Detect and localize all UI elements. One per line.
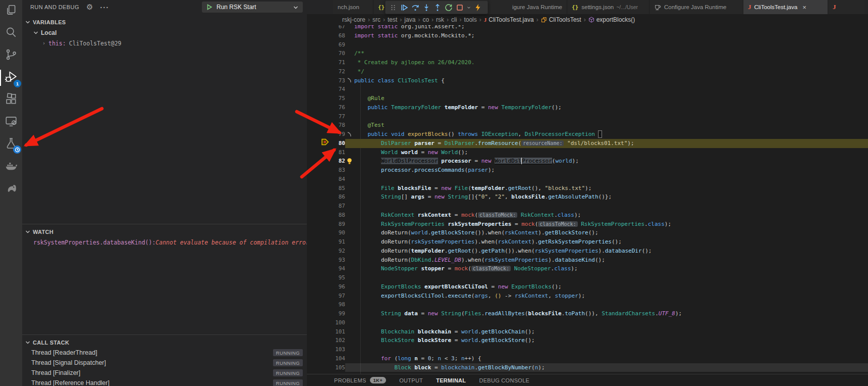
line-number[interactable]: 103: [331, 345, 345, 354]
code-line[interactable]: 102 BlockStore blockStore = world.getBlo…: [307, 336, 868, 345]
close-icon[interactable]: ×: [802, 4, 806, 11]
line-number[interactable]: 75: [331, 94, 345, 103]
code-line[interactable]: 93 doReturn(DbKind.LEVEL_DB).when(rskSys…: [307, 256, 868, 265]
line-number[interactable]: 76: [331, 103, 345, 112]
code-line[interactable]: 86 String[] args = new String[]{"0", "2"…: [307, 192, 868, 202]
restart-icon[interactable]: [443, 2, 454, 14]
tab-java-file[interactable]: J: [828, 0, 864, 14]
step-into-icon[interactable]: [421, 2, 432, 14]
breakpoint-margin[interactable]: [307, 211, 331, 220]
breakpoint-margin[interactable]: [307, 67, 331, 76]
code-line[interactable]: 89 RskSystemProperties rskSystemProperti…: [307, 220, 868, 229]
breadcrumb-item[interactable]: cli: [451, 16, 457, 23]
breadcrumb-item[interactable]: test: [388, 16, 397, 23]
code-line[interactable]: 72 */: [307, 67, 868, 76]
breakpoint-margin[interactable]: [307, 40, 331, 50]
breakpoint-margin[interactable]: [307, 292, 331, 301]
breakpoint-margin[interactable]: [307, 318, 331, 327]
breakpoint-margin[interactable]: [307, 58, 331, 67]
line-number[interactable]: 97: [331, 292, 345, 301]
line-number[interactable]: 89: [331, 220, 345, 229]
line-number[interactable]: 100: [331, 318, 345, 327]
line-number[interactable]: 69: [331, 40, 345, 50]
code-line[interactable]: 99 String data = new String(Files.readAl…: [307, 309, 868, 318]
activity-run-debug-icon[interactable]: 1: [0, 67, 22, 89]
line-number[interactable]: 80: [331, 139, 345, 148]
call-stack-header[interactable]: CALL STACK: [22, 337, 307, 348]
gear-icon[interactable]: ⚙: [86, 3, 93, 12]
more-actions-icon[interactable]: ···: [100, 3, 109, 12]
bolt-icon[interactable]: [472, 2, 483, 14]
breakpoint-margin[interactable]: [307, 25, 331, 31]
line-number[interactable]: 91: [331, 237, 345, 247]
line-number[interactable]: 88: [331, 211, 345, 220]
breadcrumb-item[interactable]: rskj-core: [342, 16, 365, 23]
variable-this[interactable]: › this: CliToolsTest@29: [22, 38, 307, 49]
variables-header[interactable]: VARIABLES: [22, 17, 307, 27]
code-line[interactable]: 71 * Created by ajlopez on 26/04/2020.: [307, 58, 868, 67]
code-line[interactable]: 84: [307, 175, 868, 184]
breadcrumb-item[interactable]: tools: [464, 16, 476, 23]
breakpoint-margin[interactable]: [307, 103, 331, 112]
watch-header[interactable]: WATCH: [22, 227, 307, 237]
breakpoint-margin[interactable]: [307, 130, 331, 139]
line-number[interactable]: 78: [331, 121, 345, 130]
line-number[interactable]: 95: [331, 273, 345, 282]
breakpoint-margin[interactable]: [307, 220, 331, 229]
code-line[interactable]: 76 public TemporaryFolder tempFolder = n…: [307, 103, 868, 112]
call-stack-thread[interactable]: Thread [Reference Handler]RUNNING: [22, 378, 307, 386]
breakpoint-margin[interactable]: [307, 354, 331, 363]
code-line[interactable]: 97 exportBlocksCliTool.execute(args, () …: [307, 292, 868, 301]
activity-gradle-icon[interactable]: [0, 178, 22, 200]
tab-Configure Java Runtime[interactable]: Configure Java Runtime: [649, 0, 743, 14]
breakpoint-margin[interactable]: [307, 85, 331, 94]
variables-scope-local[interactable]: Local: [22, 27, 307, 38]
code-line[interactable]: 100: [307, 318, 868, 327]
line-number[interactable]: 83: [331, 166, 345, 175]
breakpoint-margin[interactable]: [307, 94, 331, 103]
breakpoint-margin[interactable]: [307, 264, 331, 273]
code-line[interactable]: 103: [307, 345, 868, 354]
breakpoint-margin[interactable]: [307, 166, 331, 175]
call-stack-thread[interactable]: Thread [Signal Dispatcher]RUNNING: [22, 358, 307, 368]
stop-icon[interactable]: [454, 2, 465, 14]
panel-tab-output[interactable]: OUTPUT: [399, 377, 423, 383]
breakpoint-margin[interactable]: [307, 247, 331, 256]
code-line[interactable]: 67import static org.junit.Assert.*;: [307, 25, 868, 31]
chevron-down-icon[interactable]: [465, 2, 472, 14]
code-line[interactable]: 98: [307, 300, 868, 309]
watch-expression[interactable]: rskSystemProperties.databaseKind(): Cann…: [22, 237, 307, 248]
lightbulb-icon[interactable]: [345, 157, 353, 166]
breakpoint-margin[interactable]: [307, 202, 331, 211]
code-line[interactable]: 68import static org.mockito.Mockito.*;: [307, 31, 868, 40]
code-line[interactable]: 90 doReturn(world.getBlockStore()).when(…: [307, 228, 868, 237]
code-line[interactable]: 75 @Rule: [307, 94, 868, 103]
fold-icon[interactable]: [345, 76, 353, 85]
code-line[interactable]: 83 processor.processCommands(parser);: [307, 166, 868, 175]
call-stack-thread[interactable]: Thread [ReaderThread]RUNNING: [22, 348, 307, 358]
activity-docker-icon[interactable]: [0, 156, 22, 178]
breakpoint-margin[interactable]: [307, 121, 331, 130]
code-line[interactable]: 79 public void exportBlocks() throws IOE…: [307, 130, 868, 139]
panel-tab-debug-console[interactable]: DEBUG CONSOLE: [479, 377, 529, 383]
code-line[interactable]: 82 WorldDslProcessor processor = new Wor…: [307, 157, 868, 166]
breakpoint-margin[interactable]: [307, 175, 331, 184]
code-line[interactable]: 69: [307, 40, 868, 50]
line-number[interactable]: 68: [331, 31, 345, 40]
line-number[interactable]: 98: [331, 300, 345, 309]
code-line[interactable]: 105 Block block = blockchain.getBlockByN…: [307, 363, 868, 372]
breakpoint-margin[interactable]: [307, 31, 331, 40]
line-number[interactable]: 85: [331, 184, 345, 193]
breadcrumb-item[interactable]: JCliToolsTest.java: [484, 16, 534, 23]
line-number[interactable]: 94: [331, 264, 345, 273]
code-line[interactable]: 70/**: [307, 49, 868, 58]
breakpoint-margin[interactable]: [307, 237, 331, 247]
activity-test-beaker-icon[interactable]: [0, 133, 22, 156]
breakpoint-margin[interactable]: [307, 148, 331, 157]
tab-CliToolsTest.java[interactable]: JCliToolsTest.java×: [743, 0, 828, 14]
line-number[interactable]: 84: [331, 175, 345, 184]
tab-settings.json[interactable]: {}settings.json~/.../User: [567, 0, 649, 14]
code-area[interactable]: 67import static org.junit.Assert.*;68imp…: [307, 25, 868, 374]
activity-search-icon[interactable]: [0, 22, 22, 44]
breakpoint-margin[interactable]: [307, 273, 331, 282]
